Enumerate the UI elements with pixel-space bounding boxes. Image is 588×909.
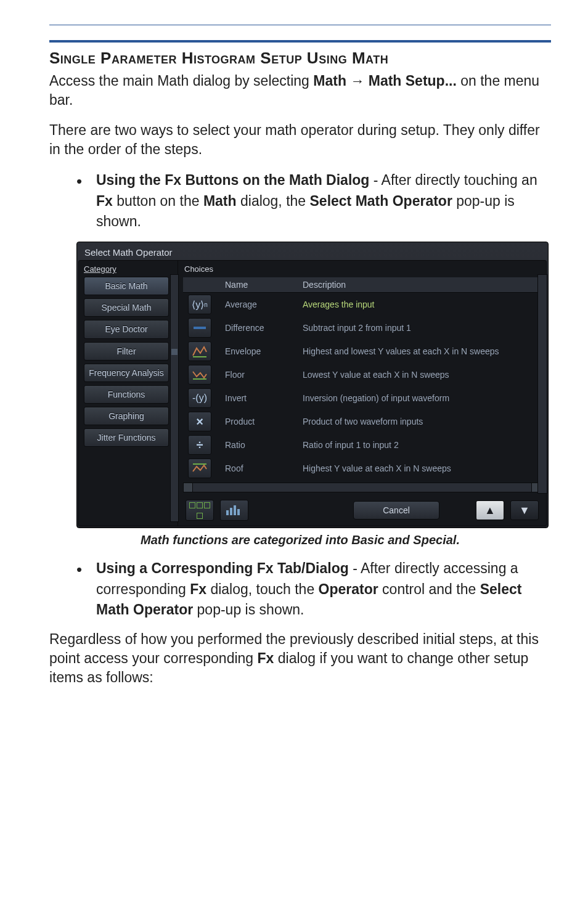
dialog-title: Select Math Operator bbox=[78, 243, 547, 260]
row-product[interactable]: × Product Product of two waveform inputs bbox=[183, 410, 541, 433]
thumbnail-2 bbox=[220, 500, 248, 521]
bullet-2: Using a Corresponding Fx Tab/Dialog - Af… bbox=[76, 558, 551, 620]
paragraph-3: Regardless of how you performed the prev… bbox=[49, 630, 551, 687]
next-button[interactable]: ▼ bbox=[510, 500, 539, 520]
header-description: Description bbox=[298, 277, 541, 293]
paragraph-2: There are two ways to select your math o… bbox=[49, 121, 551, 159]
row-roof[interactable]: Roof Highest Y value at each X in N swee… bbox=[183, 457, 541, 480]
bullet1-math: Math bbox=[203, 193, 237, 209]
category-column: Category Basic Math Special Math Eye Doc… bbox=[79, 261, 178, 526]
row-product-desc: Product of two waveform inputs bbox=[298, 410, 541, 433]
choices-column: Choices Name Description ⟨y⟩n bbox=[178, 261, 546, 526]
row-envelope[interactable]: Envelope Highest and lowest Y values at … bbox=[183, 340, 541, 363]
svg-rect-1 bbox=[226, 510, 229, 515]
header-icon bbox=[183, 277, 220, 293]
row-ratio[interactable]: ÷ Ratio Ratio of input 1 to input 2 bbox=[183, 433, 541, 457]
figure-caption: Math functions are categorized into Basi… bbox=[49, 533, 551, 547]
bullet1-fx: Fx bbox=[96, 193, 113, 209]
bullet1-mid: button on the bbox=[116, 193, 203, 209]
bullet2-mid: dialog, touch the bbox=[210, 581, 318, 597]
bullet-1: Using the Fx Buttons on the Math Dialog … bbox=[76, 170, 551, 232]
category-scrollbar[interactable] bbox=[170, 274, 179, 522]
row-ratio-desc: Ratio of input 1 to input 2 bbox=[298, 433, 541, 457]
row-envelope-name: Envelope bbox=[220, 340, 298, 363]
operator-table: Name Description ⟨y⟩n Average Averages t… bbox=[183, 277, 541, 480]
choices-v-scrollbar[interactable] bbox=[537, 274, 547, 494]
row-floor-name: Floor bbox=[220, 363, 298, 386]
paragraph-1: Access the main Math dialog by selecting… bbox=[49, 71, 551, 110]
ratio-icon: ÷ bbox=[188, 435, 211, 455]
category-functions[interactable]: Functions bbox=[84, 385, 169, 404]
section-heading: Single Parameter Histogram Setup Using M… bbox=[49, 49, 551, 68]
choices-label: Choices bbox=[184, 264, 541, 274]
category-basic-math[interactable]: Basic Math bbox=[84, 277, 169, 295]
para3-fx: Fx bbox=[258, 650, 274, 666]
row-product-name: Product bbox=[220, 410, 298, 433]
row-invert-name: Invert bbox=[220, 386, 298, 410]
floor-icon bbox=[188, 365, 211, 385]
para1-strong: Math → Math Setup... bbox=[313, 73, 457, 89]
thumbnail-1 bbox=[186, 500, 214, 521]
svg-rect-2 bbox=[230, 508, 232, 515]
row-ratio-name: Ratio bbox=[220, 433, 298, 457]
row-difference[interactable]: Difference Subtract input 2 from input 1 bbox=[183, 316, 541, 340]
row-floor-desc: Lowest Y value at each X in N sweeps bbox=[298, 363, 541, 386]
envelope-icon bbox=[188, 341, 211, 361]
bullet2-mid2: control and the bbox=[382, 581, 480, 597]
cancel-button[interactable]: Cancel bbox=[353, 501, 439, 520]
row-invert-desc: Inversion (negation) of input waveform bbox=[298, 386, 541, 410]
row-floor[interactable]: Floor Lowest Y value at each X in N swee… bbox=[183, 363, 541, 386]
bullet1-mid2: dialog, the bbox=[240, 193, 310, 209]
row-roof-name: Roof bbox=[220, 457, 298, 480]
choices-h-scrollbar[interactable] bbox=[183, 483, 541, 492]
row-difference-name: Difference bbox=[220, 316, 298, 340]
product-icon: × bbox=[188, 412, 211, 431]
category-frequency-analysis[interactable]: Frequency Analysis bbox=[84, 364, 169, 382]
prev-button[interactable]: ▲ bbox=[476, 500, 504, 520]
category-label: Category bbox=[84, 264, 175, 274]
accent-hairline bbox=[49, 25, 551, 25]
row-difference-desc: Subtract input 2 from input 1 bbox=[298, 316, 541, 340]
bullet2-end: pop-up is shown. bbox=[197, 601, 304, 618]
bullet2-fx: Fx bbox=[190, 581, 206, 597]
row-roof-desc: Highest Y value at each X in N sweeps bbox=[298, 457, 541, 480]
svg-rect-4 bbox=[237, 509, 240, 515]
category-filter[interactable]: Filter bbox=[84, 342, 169, 361]
bullet2-lead: Using a Corresponding Fx Tab/Dialog bbox=[96, 560, 349, 576]
roof-icon bbox=[188, 459, 211, 478]
para1-text-a: Access the main Math dialog by selecting bbox=[49, 73, 313, 89]
bullet1-smo: Select Math Operator bbox=[310, 193, 452, 209]
svg-rect-3 bbox=[234, 505, 236, 515]
row-average-desc: Averages the input bbox=[298, 293, 541, 317]
row-invert[interactable]: -(y) Invert Inversion (negation) of inpu… bbox=[183, 386, 541, 410]
select-math-operator-dialog: Select Math Operator Category Basic Math… bbox=[76, 242, 549, 528]
category-special-math[interactable]: Special Math bbox=[84, 298, 169, 317]
row-average[interactable]: ⟨y⟩n Average Averages the input bbox=[183, 293, 541, 317]
row-envelope-desc: Highest and lowest Y values at each X in… bbox=[298, 340, 541, 363]
header-name: Name bbox=[220, 277, 298, 293]
category-jitter-functions[interactable]: Jitter Functions bbox=[84, 428, 169, 447]
difference-icon bbox=[188, 318, 211, 338]
category-eye-doctor[interactable]: Eye Doctor bbox=[84, 320, 169, 338]
row-average-name: Average bbox=[220, 293, 298, 317]
bullet1-rest: - After directly touching an bbox=[374, 172, 537, 188]
average-icon: ⟨y⟩n bbox=[188, 295, 211, 314]
bars-icon bbox=[225, 504, 243, 516]
category-graphing[interactable]: Graphing bbox=[84, 407, 169, 425]
bullet1-lead: Using the Fx Buttons on the Math Dialog bbox=[96, 172, 369, 188]
invert-icon: -(y) bbox=[188, 388, 211, 408]
bullet2-op: Operator bbox=[319, 581, 378, 597]
svg-rect-0 bbox=[194, 327, 206, 329]
accent-rule bbox=[49, 40, 551, 43]
